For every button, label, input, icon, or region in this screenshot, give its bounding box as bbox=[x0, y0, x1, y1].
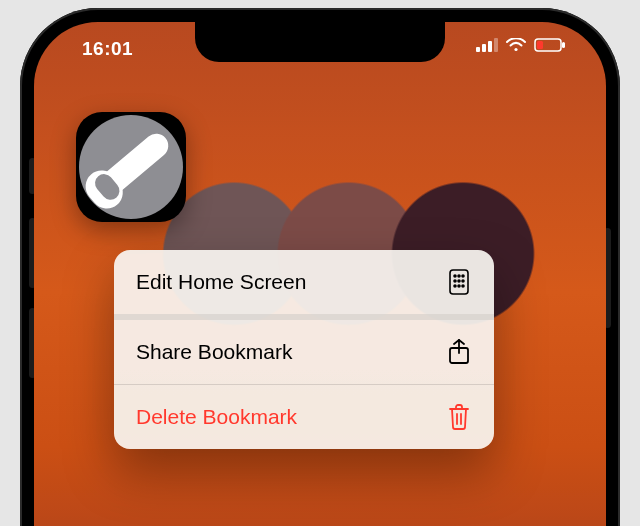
home-grid-icon bbox=[446, 269, 472, 295]
menu-item-edit-home-screen[interactable]: Edit Home Screen bbox=[114, 250, 494, 314]
svg-point-14 bbox=[462, 280, 464, 282]
context-menu: Edit Home Screen Share Bookmark Delete B… bbox=[114, 250, 494, 449]
svg-point-11 bbox=[462, 275, 464, 277]
menu-item-label: Delete Bookmark bbox=[136, 405, 297, 429]
status-right bbox=[476, 38, 566, 52]
bookmark-app-icon[interactable] bbox=[76, 112, 186, 222]
svg-point-10 bbox=[458, 275, 460, 277]
trash-icon bbox=[446, 404, 472, 430]
svg-rect-0 bbox=[476, 47, 480, 52]
share-icon bbox=[446, 339, 472, 365]
svg-rect-2 bbox=[488, 41, 492, 52]
svg-rect-6 bbox=[562, 42, 565, 48]
menu-item-share-bookmark[interactable]: Share Bookmark bbox=[114, 314, 494, 384]
menu-item-delete-bookmark[interactable]: Delete Bookmark bbox=[114, 384, 494, 449]
wrench-icon bbox=[79, 115, 183, 219]
svg-point-12 bbox=[454, 280, 456, 282]
svg-point-4 bbox=[514, 48, 517, 51]
device-frame: 16:01 Edit Home Screen bbox=[20, 8, 620, 526]
svg-rect-1 bbox=[482, 44, 486, 52]
svg-point-13 bbox=[458, 280, 460, 282]
svg-rect-3 bbox=[494, 38, 498, 52]
svg-point-16 bbox=[458, 285, 460, 287]
svg-rect-7 bbox=[537, 41, 543, 49]
battery-low-icon bbox=[534, 38, 566, 52]
status-clock: 16:01 bbox=[82, 38, 133, 60]
wifi-icon bbox=[506, 38, 526, 52]
svg-point-15 bbox=[454, 285, 456, 287]
menu-item-label: Edit Home Screen bbox=[136, 270, 306, 294]
status-bar: 16:01 bbox=[34, 34, 606, 62]
screen: 16:01 Edit Home Screen bbox=[34, 22, 606, 526]
cellular-icon bbox=[476, 38, 498, 52]
svg-point-9 bbox=[454, 275, 456, 277]
svg-point-17 bbox=[462, 285, 464, 287]
menu-item-label: Share Bookmark bbox=[136, 340, 292, 364]
